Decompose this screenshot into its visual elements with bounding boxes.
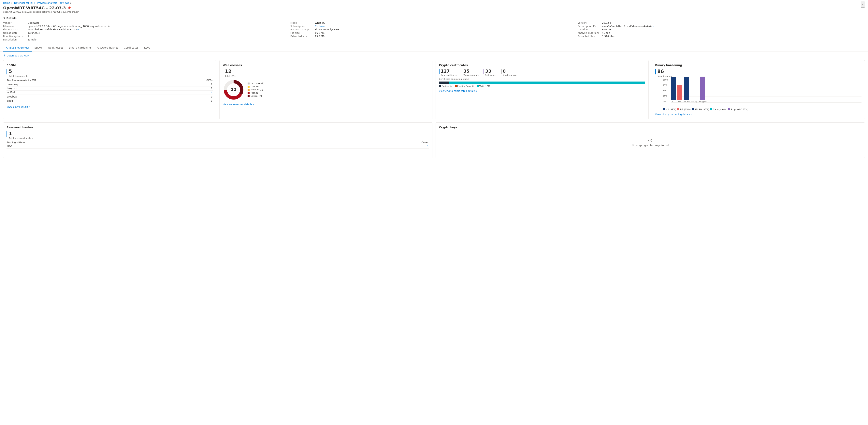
- breadcrumb-sep1: >: [11, 2, 13, 4]
- resource-group-label: Resource group:: [290, 28, 314, 31]
- tab-password-hashes[interactable]: Password hashes: [94, 44, 121, 52]
- tab-weaknesses[interactable]: Weaknesses: [45, 44, 66, 52]
- view-binary-hardening-link[interactable]: View binary hardening details ›: [655, 113, 862, 116]
- tab-analysis-overview[interactable]: Analysis overview: [3, 44, 32, 52]
- version-value: 22.03.3: [602, 22, 611, 24]
- valid-bar: [449, 82, 645, 84]
- filename-value: openwrt-22.03.3-bcm63xx-generic-actionte…: [28, 25, 111, 28]
- version-label: Version:: [578, 22, 601, 24]
- tab-keys[interactable]: Keys: [141, 44, 153, 52]
- sbom-total: 5: [6, 69, 213, 75]
- extracted-files-value: 1,518 files: [602, 35, 615, 38]
- password-hashes-card: Password hashes 1 Total password hashes …: [3, 122, 432, 158]
- tab-sbom[interactable]: SBOM: [32, 44, 45, 52]
- binary-hardening-title: Binary hardening: [655, 63, 862, 67]
- close-button[interactable]: ×: [861, 2, 865, 7]
- more-options-icon[interactable]: ···: [72, 6, 75, 9]
- sbom-total-label: Total Components: [6, 75, 213, 77]
- bar-pie: [677, 85, 682, 100]
- bar-relro: [684, 77, 689, 100]
- crypto-certs-metrics: 127 Total certificates 35 Weak signature…: [439, 69, 645, 76]
- sbom-col1-header: Top Components by CVE: [7, 79, 36, 82]
- sbom-card: SBOM 5 Total Components Top Components b…: [3, 60, 216, 119]
- details-toggle[interactable]: ∨ Details: [3, 17, 865, 20]
- no-keys-message: ℹ No cryptographic keys found: [439, 131, 862, 155]
- download-pdf-button[interactable]: ⬇ Download as PDF: [3, 54, 865, 57]
- sbom-card-title: SBOM: [6, 63, 213, 67]
- breadcrumb-defender[interactable]: Defender for IoT | Firmware analysis (Pr…: [14, 2, 69, 4]
- firmware-id-label: Firmware ID:: [3, 28, 27, 31]
- bar-chart-legend: NX (99%) PIE (65%) RELRO (98%) Canary (0…: [663, 108, 862, 111]
- breadcrumb-sep2: >: [70, 2, 72, 4]
- short-key-label: Short key size: [501, 74, 517, 76]
- breadcrumb: Home > Defender for IoT | Firmware analy…: [3, 2, 79, 4]
- donut-chart: 12: [223, 79, 244, 101]
- sbom-table-header: Top Components by CVE CVEs: [6, 79, 213, 82]
- short-key: 0: [501, 69, 517, 74]
- password-hashes-total: 1: [6, 131, 429, 137]
- subscription-value[interactable]: Contoso: [315, 25, 324, 28]
- self-signed-label: Self signed: [484, 74, 496, 76]
- sbom-table-row: wolfssl1: [6, 91, 213, 95]
- cert-expiry-bar: [439, 82, 645, 84]
- password-hashes-table-body: MD51: [6, 144, 429, 149]
- file-size-value: 16.8 MB: [315, 32, 324, 34]
- extracted-size-label: Extracted size:: [290, 35, 314, 38]
- view-crypto-certs-link[interactable]: View crypto certificates details ›: [439, 90, 645, 92]
- sbom-table-row: pppd0: [6, 99, 213, 103]
- sbom-table-row: dropbear0: [6, 95, 213, 99]
- donut-legend: Unknown (0) Low (0) Medium (0) High (5) …: [248, 82, 265, 97]
- model-label: Model:: [290, 22, 314, 24]
- location-value: East US: [602, 28, 611, 31]
- analysis-duration-label: Analysis duration:: [578, 32, 601, 34]
- tab-binary-hardening[interactable]: Binary hardening: [66, 44, 94, 52]
- copy-subscription-id-icon[interactable]: ⧉: [653, 25, 654, 27]
- chevron-down-icon: ∨: [3, 17, 5, 20]
- analysis-duration-value: 40 sec: [602, 32, 610, 34]
- upload-date-value: 1/10/2024: [28, 32, 40, 34]
- chevron-right-icon: ›: [29, 106, 30, 108]
- weaknesses-donut: 12 Unknown (0) Low (0) Medium (0) High (…: [223, 79, 429, 101]
- sbom-col2-header: CVEs: [206, 79, 213, 82]
- crypto-keys-title: Crypto keys: [439, 126, 862, 129]
- password-hashes-title: Password hashes: [6, 126, 429, 129]
- expired-bar: [439, 82, 448, 84]
- copy-firmware-id-icon[interactable]: ⧉: [78, 29, 79, 31]
- crypto-keys-card: Crypto keys ℹ No cryptographic keys foun…: [436, 122, 865, 158]
- main-content: ⬇ Download as PDF SBOM 5 Total Component…: [0, 52, 868, 425]
- pin-icon[interactable]: 📌: [67, 6, 71, 9]
- ph-table-row: MD51: [6, 144, 429, 149]
- weaknesses-total-label: Total CVEs: [223, 75, 429, 77]
- binary-hardening-card: Binary hardening 86 Total binaries 100% …: [652, 60, 865, 119]
- cards-grid-top: SBOM 5 Total Components Top Components b…: [3, 60, 865, 119]
- cert-expiry-label: Certificate expiration status: [439, 78, 645, 80]
- view-sbom-link[interactable]: View SBOM details ›: [6, 106, 213, 108]
- subscription-id-label: Subscription ID:: [578, 25, 601, 28]
- description-value: Sample: [28, 38, 36, 41]
- chevron-right-icon-weak: ›: [253, 103, 254, 106]
- view-weaknesses-link[interactable]: View weaknesses details ›: [223, 103, 429, 106]
- bottom-cards: Password hashes 1 Total password hashes …: [3, 122, 865, 158]
- page-title: OpenWRT WRT54G - 22.03.3: [3, 5, 66, 10]
- chevron-right-icon-binary: ›: [691, 113, 692, 116]
- sbom-table-row: dnsmasq9: [6, 82, 213, 86]
- file-size-label: File size:: [290, 32, 314, 34]
- top-bar: Home > Defender for IoT | Firmware analy…: [0, 0, 868, 14]
- download-label: Download as PDF: [6, 54, 29, 57]
- subscription-id-value: aaaa0a0a-bb1b-cc2c-dd3d-eeeeee4e4e4e⧉: [602, 25, 654, 28]
- extracted-files-label: Extracted files:: [578, 35, 601, 38]
- vendor-value: OpenWRT: [28, 22, 39, 24]
- tab-certificates[interactable]: Certificates: [121, 44, 141, 52]
- svg-text:12: 12: [231, 87, 236, 92]
- description-label: Description:: [3, 38, 27, 41]
- vendor-label: Vendor:: [3, 22, 27, 24]
- subscription-label: Subscription:: [290, 25, 314, 28]
- extracted-size-value: 19.8 MB: [315, 35, 324, 38]
- sbom-table-row: busybox2: [6, 86, 213, 91]
- weak-sig: 35: [462, 69, 479, 74]
- chevron-right-icon-certs: ›: [476, 90, 477, 92]
- bar-stripped: [700, 77, 705, 100]
- bar-chart-wrapper: 100% 75% 50% 25% 0%: [655, 79, 862, 111]
- root-fs-value: 1: [28, 35, 29, 38]
- breadcrumb-home[interactable]: Home: [3, 2, 10, 4]
